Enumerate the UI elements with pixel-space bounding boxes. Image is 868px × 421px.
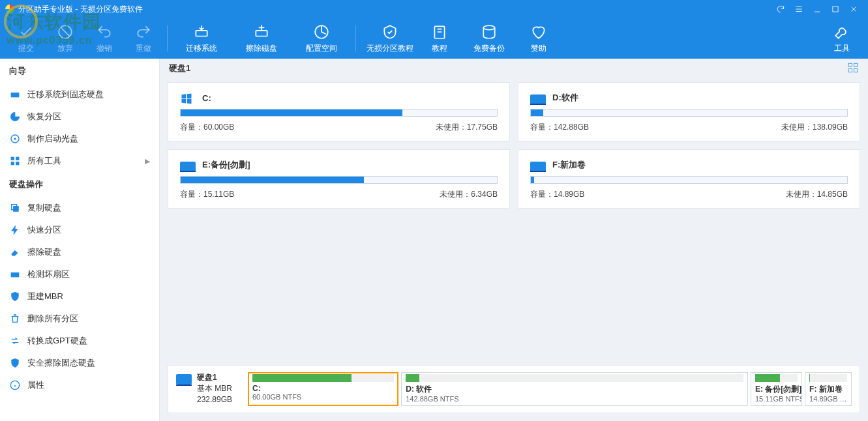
sidebar: 向导 迁移系统到固态硬盘 恢复分区 制作启动光盘 所有工具▶ 硬盘操作 复制硬盘… — [0, 59, 160, 421]
sidebar-item-migrate-ssd[interactable]: 迁移系统到固态硬盘 — [0, 83, 159, 106]
menu-button[interactable] — [790, 3, 808, 16]
app-icon — [5, 5, 14, 14]
disc-icon — [9, 133, 21, 145]
partition-card[interactable]: C: 容量：60.00GB 未使用：17.75GB — [168, 82, 510, 141]
unused-label: 未使用：17.75GB — [436, 122, 498, 133]
ssd-icon — [9, 89, 21, 100]
migrate-os-button[interactable]: 迁移系统 — [172, 20, 232, 57]
sidebar-item-clone-disk[interactable]: 复制硬盘 — [0, 197, 159, 219]
wipe-disk-button[interactable]: 擦除磁盘 — [232, 20, 292, 57]
sidebar-item-bootable-media[interactable]: 制作启动光盘 — [0, 128, 159, 150]
partition-name: D:软件 — [552, 92, 578, 104]
drive-icon — [180, 162, 196, 171]
lossless-tutorial-button[interactable]: 无损分区教程 — [360, 20, 420, 57]
lightning-icon — [9, 224, 21, 236]
svg-rect-12 — [11, 162, 14, 165]
partition-card[interactable]: D:软件 容量：142.88GB 未使用：138.09GB — [518, 82, 860, 141]
donate-button[interactable]: 赞助 — [519, 20, 558, 57]
disk-map-name: 硬盘1 — [197, 372, 232, 383]
capacity-label: 容量：15.11GB — [180, 189, 234, 200]
capacity-label: 容量：60.00GB — [180, 122, 234, 133]
drive-icon — [530, 94, 546, 104]
close-button[interactable] — [845, 3, 863, 16]
disk-map-segment[interactable]: D: 软件 142.88GB NTFS — [401, 372, 748, 406]
undo-button[interactable]: 撤销 — [85, 20, 124, 57]
svg-rect-11 — [16, 157, 19, 160]
grid-icon — [9, 155, 21, 167]
svg-rect-2 — [196, 30, 207, 36]
scan-icon — [9, 269, 21, 280]
copy-icon — [9, 202, 21, 214]
svg-rect-15 — [13, 206, 18, 211]
sidebar-item-rebuild-mbr[interactable]: 重建MBR — [0, 285, 159, 308]
sidebar-item-properties[interactable]: 属性 — [0, 374, 159, 396]
usage-bar — [180, 109, 498, 117]
partition-card[interactable]: F:新加卷 容量：14.89GB 未使用：14.85GB — [518, 149, 860, 209]
svg-rect-7 — [11, 93, 19, 97]
minimize-button[interactable] — [808, 3, 826, 16]
tutorial-button[interactable]: 教程 — [420, 20, 459, 57]
partition-card[interactable]: E:备份[勿删] 容量：15.11GB 未使用：6.34GB — [168, 149, 510, 209]
disk-icon — [176, 374, 192, 385]
sidebar-item-delete-all[interactable]: 删除所有分区 — [0, 308, 159, 330]
toolbar: 提交 放弃 撤销 重做 迁移系统 擦除磁盘 配置空间 无损分区教程 教程 免费备… — [0, 18, 868, 59]
trash-icon — [9, 313, 21, 325]
segment-size: 142.88GB NTFS — [406, 395, 743, 403]
sidebar-section-disk-ops: 硬盘操作 — [0, 172, 159, 197]
sidebar-item-bad-sector[interactable]: 检测坏扇区 — [0, 263, 159, 285]
svg-point-9 — [14, 138, 16, 140]
windows-icon — [180, 92, 196, 104]
usage-bar — [180, 176, 498, 184]
svg-rect-21 — [854, 68, 858, 72]
segment-name: F: 新加卷 — [809, 384, 847, 395]
capacity-label: 容量：142.88GB — [530, 122, 589, 133]
sidebar-item-quick-partition[interactable]: 快速分区 — [0, 219, 159, 241]
svg-rect-10 — [11, 157, 14, 160]
segment-name: C: — [252, 384, 394, 393]
disk-map-info: 硬盘1 基本 MBR 232.89GB — [176, 372, 241, 406]
unused-label: 未使用：14.85GB — [786, 189, 848, 200]
disk-map: 硬盘1 基本 MBR 232.89GB C: 60.00GB NTFS D: 软… — [168, 365, 860, 413]
partition-name: C: — [202, 93, 211, 103]
disk-map-total: 232.89GB — [197, 394, 232, 405]
free-backup-button[interactable]: 免费备份 — [459, 20, 519, 57]
view-toggle-button[interactable] — [847, 62, 859, 76]
discard-button[interactable]: 放弃 — [46, 20, 85, 57]
allocate-space-button[interactable]: 配置空间 — [292, 20, 352, 57]
sidebar-section-wizard: 向导 — [0, 59, 159, 83]
segment-size: 14.89GB … — [809, 395, 847, 403]
svg-rect-18 — [848, 63, 852, 66]
secure-erase-icon — [9, 357, 21, 369]
sidebar-item-recover-partition[interactable]: 恢复分区 — [0, 106, 159, 128]
disk-map-segment[interactable]: F: 新加卷 14.89GB … — [805, 372, 852, 406]
refresh-button[interactable] — [771, 3, 790, 16]
redo-button[interactable]: 重做 — [124, 20, 163, 57]
sidebar-item-wipe-disk[interactable]: 擦除硬盘 — [0, 241, 159, 263]
sidebar-item-convert-gpt[interactable]: 转换成GPT硬盘 — [0, 330, 159, 352]
svg-rect-16 — [11, 272, 19, 277]
partition-name: E:备份[勿删] — [202, 159, 250, 171]
usage-bar — [530, 176, 848, 184]
svg-point-6 — [483, 25, 494, 30]
chevron-right-icon: ▶ — [145, 157, 150, 166]
tools-button[interactable]: 工具 — [822, 20, 861, 57]
eraser-icon — [9, 246, 21, 258]
svg-rect-13 — [16, 162, 19, 165]
segment-size: 60.00GB NTFS — [252, 393, 394, 401]
unused-label: 未使用：138.09GB — [781, 122, 848, 133]
disk-map-segment[interactable]: C: 60.00GB NTFS — [248, 372, 398, 406]
svg-rect-3 — [256, 30, 267, 36]
maximize-button[interactable] — [826, 3, 845, 16]
submit-button[interactable]: 提交 — [7, 20, 46, 57]
segment-name: E: 备份[勿删] — [755, 384, 798, 395]
svg-rect-19 — [854, 63, 858, 66]
capacity-label: 容量：14.89GB — [530, 189, 584, 200]
drive-icon — [530, 162, 546, 171]
window-title: 分区助手专业版 - 无损分区免费软件 — [18, 4, 143, 15]
sidebar-item-secure-erase-ssd[interactable]: 安全擦除固态硬盘 — [0, 352, 159, 374]
disk-map-segment[interactable]: E: 备份[勿删] 15.11GB NTFS — [751, 372, 802, 406]
pie-icon — [9, 111, 21, 123]
segment-name: D: 软件 — [406, 384, 743, 395]
sidebar-item-all-tools[interactable]: 所有工具▶ — [0, 150, 159, 172]
usage-bar — [530, 109, 848, 117]
